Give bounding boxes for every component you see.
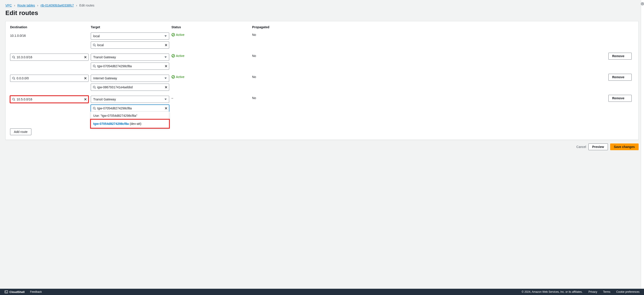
cloudshell-icon [4,290,8,294]
chevron-right-icon: › [14,4,15,7]
clear-icon[interactable] [84,56,87,59]
target-type-value: Transit Gateway [93,55,116,59]
search-icon [12,56,15,59]
svg-line-3 [95,46,96,47]
target-suggestions-dropdown: Use: "tgw-07054d8274298cf8a" tgw-07054d8… [91,112,169,128]
svg-line-21 [95,88,96,89]
destination-input-wrap[interactable] [10,54,88,61]
caret-down-icon [164,36,167,37]
propagated-value: No [252,95,306,101]
target-type-select[interactable]: Transit Gateway [91,96,169,103]
destination-static: 10.1.0.0/16 [10,32,26,38]
svg-point-1 [642,3,643,4]
chevron-right-icon: › [37,4,38,7]
cloudshell-launcher[interactable]: CloudShell [4,290,25,294]
status-active: Active [172,54,184,58]
remove-button[interactable]: Remove [608,53,632,60]
target-id-input[interactable] [97,64,163,68]
copyright: © 2024, Amazon Web Services, Inc. or its… [522,290,582,294]
svg-point-25 [12,98,14,100]
propagated-value: No [252,74,306,80]
add-route-button[interactable]: Add route [10,128,31,135]
cancel-button[interactable]: Cancel [576,144,586,150]
propagated-value: No [252,53,306,58]
svg-rect-33 [5,291,8,293]
clear-icon[interactable] [164,44,168,47]
target-type-value: Internet Gateway [93,76,117,80]
svg-line-30 [95,109,96,110]
search-icon [12,98,15,101]
check-circle-icon [172,33,175,36]
target-id-input[interactable] [97,86,163,89]
destination-input[interactable] [16,76,82,80]
svg-line-8 [14,58,15,59]
cookie-preferences-link[interactable]: Cookie preferences [616,290,640,294]
search-icon [93,86,96,89]
search-icon [12,77,15,80]
target-type-select[interactable]: Internet Gateway [91,75,169,82]
propagated-value: No [252,32,306,38]
clear-icon[interactable] [84,98,87,101]
clear-icon[interactable] [164,107,168,110]
destination-input[interactable] [16,98,82,101]
svg-line-12 [95,67,96,68]
destination-input-wrap[interactable] [10,75,88,82]
terms-link[interactable]: Terms [603,290,610,294]
svg-point-20 [93,86,95,88]
breadcrumb: VPC › Route tables › rtb-014090b3a40338f… [6,4,638,7]
dropdown-use-literal[interactable]: Use: "tgw-07054d8274298cf8a" [91,112,169,120]
clear-icon[interactable] [164,64,168,68]
breadcrumb-route-tables[interactable]: Route tables [17,4,35,7]
target-type-select[interactable]: Transit Gateway [91,54,169,61]
destination-input[interactable] [16,55,82,59]
target-id-input[interactable] [97,43,163,47]
status-active: Active [172,33,184,36]
search-icon [93,44,96,47]
remove-button[interactable]: Remove [608,95,632,102]
col-status: Status [172,25,252,32]
form-actions: Cancel Preview Save changes [6,144,638,150]
col-propagated: Propagated [252,25,306,32]
col-destination: Destination [10,25,91,32]
settings-gear-icon[interactable] [640,2,644,6]
target-id-search[interactable] [91,84,169,91]
breadcrumb-vpc[interactable]: VPC [6,4,12,7]
caret-down-icon [164,78,167,79]
target-id-search[interactable] [91,62,169,70]
save-changes-button[interactable]: Save changes [610,144,638,150]
breadcrumb-current: Edit routes [79,4,94,7]
routes-panel: Destination Target Status Propagated 10.… [6,21,638,140]
target-id-input[interactable] [97,106,163,110]
status-empty: – [172,95,252,101]
col-target: Target [91,25,172,32]
target-type-select[interactable]: local [91,32,169,40]
page-title: Edit routes [6,10,638,16]
target-type-value: local [93,34,100,38]
privacy-link[interactable]: Privacy [588,290,597,294]
preview-button[interactable]: Preview [588,144,608,150]
svg-line-26 [14,100,15,101]
search-icon [93,107,96,110]
search-icon [93,64,96,68]
target-id-search[interactable] [91,42,169,49]
feedback-link[interactable]: Feedback [30,290,42,294]
dropdown-match-item[interactable]: tgw-07054d8274298cf8a (dev-att) [91,120,169,128]
svg-point-7 [12,56,14,58]
remove-button[interactable]: Remove [608,74,632,81]
breadcrumb-rtb-id[interactable]: rtb-014090b3a40338fc7 [40,4,74,7]
check-circle-icon [172,54,175,58]
svg-point-0 [641,2,644,5]
console-footer: CloudShell Feedback © 2024, Amazon Web S… [0,289,644,295]
svg-line-17 [14,79,15,80]
target-id-search[interactable] [91,105,169,112]
clear-icon[interactable] [164,86,168,89]
status-active: Active [172,75,184,79]
chevron-right-icon: › [76,4,77,7]
svg-point-11 [93,65,95,67]
clear-icon[interactable] [84,77,87,80]
destination-input-wrap[interactable] [10,96,88,103]
caret-down-icon [164,99,167,100]
check-circle-icon [172,75,175,79]
svg-point-29 [93,107,95,109]
target-type-value: Transit Gateway [93,98,116,101]
